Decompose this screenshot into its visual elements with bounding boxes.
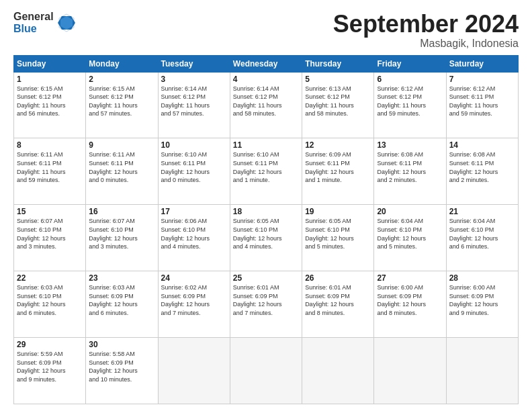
- list-item: 26Sunrise: 6:01 AM Sunset: 6:09 PM Dayli…: [302, 271, 374, 338]
- day-number: 13: [377, 140, 443, 150]
- list-item: 25Sunrise: 6:01 AM Sunset: 6:09 PM Dayli…: [230, 271, 302, 338]
- list-item: [230, 338, 302, 404]
- day-info: Sunrise: 6:11 AM Sunset: 6:11 PM Dayligh…: [89, 150, 154, 184]
- day-number: 17: [161, 207, 227, 216]
- day-number: 2: [89, 75, 154, 84]
- col-friday: Friday: [374, 55, 446, 72]
- list-item: 17Sunrise: 6:06 AM Sunset: 6:10 PM Dayli…: [158, 205, 230, 271]
- logo-icon: [56, 13, 77, 33]
- col-sunday: Sunday: [14, 55, 86, 72]
- list-item: 6Sunrise: 6:12 AM Sunset: 6:12 PM Daylig…: [374, 72, 446, 138]
- list-item: 23Sunrise: 6:03 AM Sunset: 6:09 PM Dayli…: [86, 271, 158, 338]
- day-info: Sunrise: 5:58 AM Sunset: 6:09 PM Dayligh…: [89, 350, 154, 383]
- list-item: 13Sunrise: 6:08 AM Sunset: 6:11 PM Dayli…: [374, 138, 446, 205]
- list-item: 21Sunrise: 6:04 AM Sunset: 6:10 PM Dayli…: [446, 205, 518, 271]
- list-item: 2Sunrise: 6:15 AM Sunset: 6:12 PM Daylig…: [86, 72, 158, 138]
- day-number: 16: [89, 207, 154, 216]
- day-info: Sunrise: 6:12 AM Sunset: 6:11 PM Dayligh…: [449, 85, 515, 118]
- day-number: 23: [89, 273, 154, 283]
- day-info: Sunrise: 6:10 AM Sunset: 6:11 PM Dayligh…: [161, 150, 227, 184]
- day-info: Sunrise: 6:08 AM Sunset: 6:11 PM Dayligh…: [449, 150, 515, 184]
- list-item: 8Sunrise: 6:11 AM Sunset: 6:11 PM Daylig…: [14, 138, 86, 205]
- table-row: 29Sunrise: 5:59 AM Sunset: 6:09 PM Dayli…: [14, 338, 519, 404]
- list-item: [374, 338, 446, 404]
- list-item: 1Sunrise: 6:15 AM Sunset: 6:12 PM Daylig…: [14, 72, 86, 138]
- day-number: 12: [305, 140, 371, 150]
- day-number: 7: [449, 75, 515, 84]
- table-row: 8Sunrise: 6:11 AM Sunset: 6:11 PM Daylig…: [14, 138, 519, 205]
- logo-text: General Blue: [13, 11, 54, 34]
- day-info: Sunrise: 6:09 AM Sunset: 6:11 PM Dayligh…: [305, 150, 371, 184]
- table-row: 22Sunrise: 6:03 AM Sunset: 6:10 PM Dayli…: [14, 271, 519, 338]
- list-item: 24Sunrise: 6:02 AM Sunset: 6:09 PM Dayli…: [158, 271, 230, 338]
- location: Masbagik, Indonesia: [333, 38, 519, 50]
- day-number: 21: [449, 207, 515, 216]
- list-item: 4Sunrise: 6:14 AM Sunset: 6:12 PM Daylig…: [230, 72, 302, 138]
- day-number: 29: [17, 340, 83, 349]
- col-thursday: Thursday: [302, 55, 374, 72]
- day-info: Sunrise: 6:11 AM Sunset: 6:11 PM Dayligh…: [17, 150, 83, 184]
- day-number: 9: [89, 140, 154, 150]
- header-row: Sunday Monday Tuesday Wednesday Thursday…: [14, 55, 519, 72]
- day-info: Sunrise: 6:00 AM Sunset: 6:09 PM Dayligh…: [449, 283, 515, 317]
- list-item: 3Sunrise: 6:14 AM Sunset: 6:12 PM Daylig…: [158, 72, 230, 138]
- day-number: 27: [377, 273, 443, 283]
- day-info: Sunrise: 6:01 AM Sunset: 6:09 PM Dayligh…: [305, 283, 371, 317]
- day-number: 22: [17, 273, 83, 283]
- calendar-table: Sunday Monday Tuesday Wednesday Thursday…: [13, 55, 519, 404]
- list-item: 14Sunrise: 6:08 AM Sunset: 6:11 PM Dayli…: [446, 138, 518, 205]
- day-info: Sunrise: 6:05 AM Sunset: 6:10 PM Dayligh…: [305, 217, 371, 250]
- day-number: 25: [233, 273, 299, 283]
- list-item: [158, 338, 230, 404]
- list-item: 7Sunrise: 6:12 AM Sunset: 6:11 PM Daylig…: [446, 72, 518, 138]
- day-info: Sunrise: 6:05 AM Sunset: 6:10 PM Dayligh…: [233, 217, 299, 250]
- month-title: September 2024: [333, 11, 519, 38]
- list-item: 27Sunrise: 6:00 AM Sunset: 6:09 PM Dayli…: [374, 271, 446, 338]
- list-item: 10Sunrise: 6:10 AM Sunset: 6:11 PM Dayli…: [158, 138, 230, 205]
- day-number: 30: [89, 340, 154, 349]
- day-number: 8: [17, 140, 83, 150]
- day-info: Sunrise: 6:04 AM Sunset: 6:10 PM Dayligh…: [449, 217, 515, 250]
- list-item: 30Sunrise: 5:58 AM Sunset: 6:09 PM Dayli…: [86, 338, 158, 404]
- day-info: Sunrise: 6:12 AM Sunset: 6:12 PM Dayligh…: [377, 85, 443, 118]
- list-item: [302, 338, 374, 404]
- day-number: 4: [233, 75, 299, 84]
- day-number: 20: [377, 207, 443, 216]
- day-info: Sunrise: 6:07 AM Sunset: 6:10 PM Dayligh…: [17, 217, 83, 250]
- day-number: 24: [161, 273, 227, 283]
- day-info: Sunrise: 6:02 AM Sunset: 6:09 PM Dayligh…: [161, 283, 227, 317]
- day-info: Sunrise: 6:14 AM Sunset: 6:12 PM Dayligh…: [161, 85, 227, 118]
- day-info: Sunrise: 6:08 AM Sunset: 6:11 PM Dayligh…: [377, 150, 443, 184]
- logo-general: General: [13, 11, 54, 23]
- day-info: Sunrise: 6:01 AM Sunset: 6:09 PM Dayligh…: [233, 283, 299, 317]
- list-item: 20Sunrise: 6:04 AM Sunset: 6:10 PM Dayli…: [374, 205, 446, 271]
- table-row: 1Sunrise: 6:15 AM Sunset: 6:12 PM Daylig…: [14, 72, 519, 138]
- day-info: Sunrise: 6:03 AM Sunset: 6:09 PM Dayligh…: [89, 283, 154, 317]
- list-item: 18Sunrise: 6:05 AM Sunset: 6:10 PM Dayli…: [230, 205, 302, 271]
- day-info: Sunrise: 6:07 AM Sunset: 6:10 PM Dayligh…: [89, 217, 154, 250]
- day-info: Sunrise: 6:15 AM Sunset: 6:12 PM Dayligh…: [17, 85, 83, 118]
- day-number: 14: [449, 140, 515, 150]
- day-number: 5: [305, 75, 371, 84]
- list-item: 11Sunrise: 6:10 AM Sunset: 6:11 PM Dayli…: [230, 138, 302, 205]
- logo-blue: Blue: [13, 23, 54, 35]
- day-number: 3: [161, 75, 227, 84]
- col-saturday: Saturday: [446, 55, 518, 72]
- top-section: General Blue September 2024 Masbagik, In…: [13, 11, 519, 50]
- day-number: 15: [17, 207, 83, 216]
- list-item: 19Sunrise: 6:05 AM Sunset: 6:10 PM Dayli…: [302, 205, 374, 271]
- day-info: Sunrise: 6:10 AM Sunset: 6:11 PM Dayligh…: [233, 150, 299, 184]
- table-row: 15Sunrise: 6:07 AM Sunset: 6:10 PM Dayli…: [14, 205, 519, 271]
- day-info: Sunrise: 6:06 AM Sunset: 6:10 PM Dayligh…: [161, 217, 227, 250]
- day-number: 18: [233, 207, 299, 216]
- logo: General Blue: [13, 11, 77, 34]
- day-number: 6: [377, 75, 443, 84]
- list-item: 5Sunrise: 6:13 AM Sunset: 6:12 PM Daylig…: [302, 72, 374, 138]
- list-item: [446, 338, 518, 404]
- day-info: Sunrise: 5:59 AM Sunset: 6:09 PM Dayligh…: [17, 350, 83, 383]
- list-item: 12Sunrise: 6:09 AM Sunset: 6:11 PM Dayli…: [302, 138, 374, 205]
- day-number: 1: [17, 75, 83, 84]
- title-section: September 2024 Masbagik, Indonesia: [333, 11, 519, 50]
- day-number: 28: [449, 273, 515, 283]
- col-monday: Monday: [86, 55, 158, 72]
